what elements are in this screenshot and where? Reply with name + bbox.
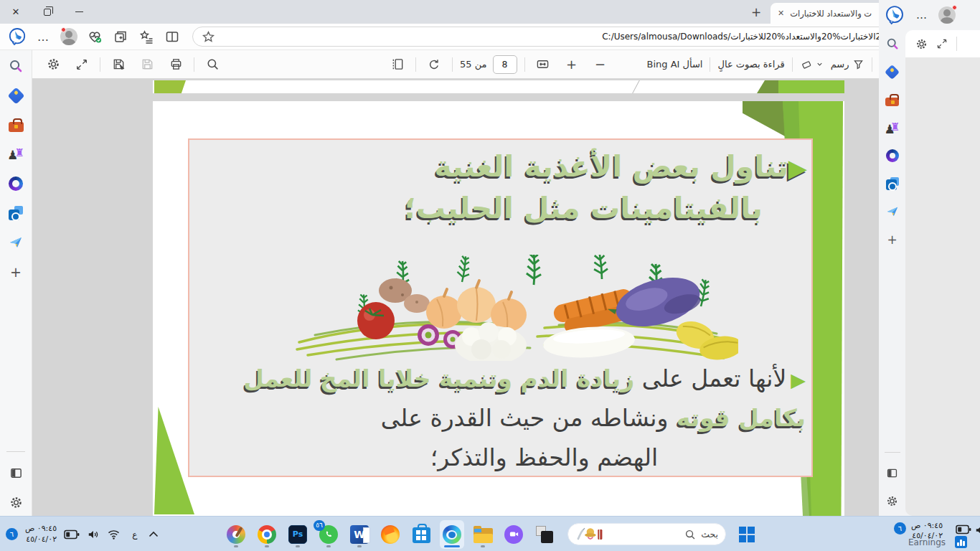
sidebar-panel-toggle[interactable] (5, 464, 27, 481)
sidebar-divider (885, 452, 900, 453)
taskbar-app-word[interactable]: W (347, 520, 372, 549)
taskbar-app-store[interactable] (409, 520, 433, 549)
taskbar-app-chrome[interactable] (255, 520, 279, 549)
body-line3: الهضم والحفظ والتذكر؛ (283, 438, 806, 477)
speaker-icon[interactable] (974, 524, 980, 536)
side-add-button[interactable]: + (882, 232, 903, 248)
search-icon (886, 37, 899, 50)
wifi-icon[interactable] (107, 529, 121, 540)
start-button[interactable] (736, 524, 758, 545)
battery-icon[interactable] (956, 524, 971, 534)
side-item-drop[interactable] (882, 204, 903, 220)
split-screen-button[interactable] (161, 26, 184, 47)
close-window-button[interactable]: ✕ (0, 0, 32, 24)
sidebar-item-tools[interactable] (5, 116, 27, 133)
widgets-button[interactable]: Earnings (908, 537, 946, 547)
collections-button[interactable] (109, 26, 132, 47)
collections-icon (113, 29, 128, 44)
sidebar-settings-button[interactable] (5, 494, 27, 511)
sidebar-item-microsoft-365[interactable] (5, 175, 27, 192)
whatsapp-badge: ٥٦ (314, 520, 325, 531)
profile-button[interactable] (57, 26, 80, 47)
side-item-games[interactable]: ♟♜ (882, 120, 903, 136)
side-menu-button[interactable]: … (916, 9, 927, 22)
sidebar-item-outlook[interactable] (5, 204, 27, 222)
fit-width-icon (536, 57, 550, 71)
toolbox-icon (885, 98, 899, 106)
ask-bing-button[interactable]: اسأل Bing AI (647, 54, 703, 75)
taskbar-app-paint[interactable] (224, 520, 248, 549)
rotate-icon (428, 58, 440, 71)
browser-essentials-button[interactable] (83, 26, 106, 47)
page-number-input[interactable] (493, 55, 517, 74)
restore-icon (44, 9, 51, 16)
edge-icon (443, 525, 461, 544)
taskbar-app-video-call[interactable] (501, 520, 526, 549)
side-item-shopping[interactable] (882, 64, 903, 80)
draw-button[interactable]: رسم (831, 54, 864, 75)
settings-menu-button[interactable]: … (32, 26, 55, 47)
eraser-button[interactable] (800, 54, 824, 75)
side-item-search[interactable] (882, 36, 903, 52)
print-button[interactable] (165, 54, 187, 75)
tab-close-button[interactable]: ✕ (778, 9, 784, 18)
favorites-list-icon (139, 29, 154, 44)
fullscreen-button[interactable] (71, 54, 93, 75)
sidebar-item-shopping[interactable] (5, 87, 27, 104)
side-item-tools[interactable] (882, 92, 903, 108)
read-aloud-button[interactable]: قراءة بصوت عالٍ (717, 54, 784, 75)
pdf-settings-button[interactable] (42, 54, 64, 75)
address-bar[interactable]: C:/Users/almousa/Downloads/قلق%20الاختبا… (192, 27, 935, 47)
taskbar-app-edge[interactable] (440, 520, 464, 549)
zoom-out-button[interactable]: − (590, 54, 611, 75)
bing-discover-button[interactable] (6, 26, 29, 47)
sidebar-add-button[interactable]: + (5, 263, 27, 281)
pdf-search-button[interactable] (202, 54, 223, 75)
favorites-button[interactable] (135, 26, 158, 47)
restore-window-button[interactable] (32, 0, 63, 24)
bing-logo-button[interactable] (885, 5, 905, 25)
photoshop-icon: Ps (288, 525, 307, 544)
minimize-window-button[interactable] (63, 0, 95, 24)
panel-content[interactable] (905, 57, 980, 516)
side-panel-toggle[interactable] (882, 465, 903, 481)
language-indicator[interactable]: ع (128, 529, 141, 540)
notification-count-badge[interactable]: ٦ (894, 522, 906, 534)
taskbar-app-whatsapp[interactable]: ٥٦ (316, 520, 341, 549)
save-icon (141, 57, 154, 71)
sidebar-item-games[interactable]: ♟♜ (5, 146, 27, 163)
taskbar-app-dark-window[interactable] (532, 520, 557, 549)
rotate-button[interactable] (423, 54, 445, 75)
save-as-button[interactable] (108, 54, 129, 75)
side-item-microsoft-365[interactable] (882, 148, 903, 164)
page-number-group: من 55 (460, 55, 517, 74)
taskbar-clock[interactable]: ٠٩:٤٥ ص ٤٥/٠٤/٠٢ (25, 524, 57, 545)
side-settings-button[interactable] (882, 493, 903, 509)
taskbar-search[interactable]: بحث (567, 523, 726, 545)
sidebar-divider (6, 451, 25, 452)
panel-expand-button[interactable] (936, 38, 948, 50)
battery-icon[interactable] (64, 529, 80, 540)
bullet-icon: ▶ (788, 154, 807, 182)
favorite-star-icon[interactable] (202, 30, 215, 44)
side-profile-button[interactable] (938, 6, 956, 24)
new-tab-button[interactable]: + (746, 2, 766, 22)
hidden-icons-chevron[interactable] (149, 531, 159, 537)
panel-layout-icon (9, 466, 23, 480)
expand-icon (936, 38, 948, 50)
taskbar-app-photoshop[interactable]: Ps (286, 520, 310, 549)
panel-settings-button[interactable] (915, 38, 928, 50)
sidebar-item-drop[interactable] (5, 234, 27, 251)
fit-width-button[interactable] (532, 54, 554, 75)
running-indicator (481, 545, 485, 547)
taskbar-app-firefox[interactable] (378, 520, 402, 549)
pdf-viewer[interactable]: ▶تناول بعض الأغذية الغنية بالفيتامينات م… (32, 79, 980, 516)
zoom-in-button[interactable]: + (561, 54, 583, 75)
sidebar-item-search[interactable] (5, 57, 27, 75)
page-view-button[interactable] (387, 54, 408, 75)
taskbar-app-file-explorer[interactable] (471, 520, 495, 549)
side-item-outlook[interactable] (882, 176, 903, 192)
print-icon (169, 57, 183, 71)
notification-count-badge[interactable]: ٦ (6, 528, 18, 540)
speaker-icon[interactable] (87, 529, 100, 540)
